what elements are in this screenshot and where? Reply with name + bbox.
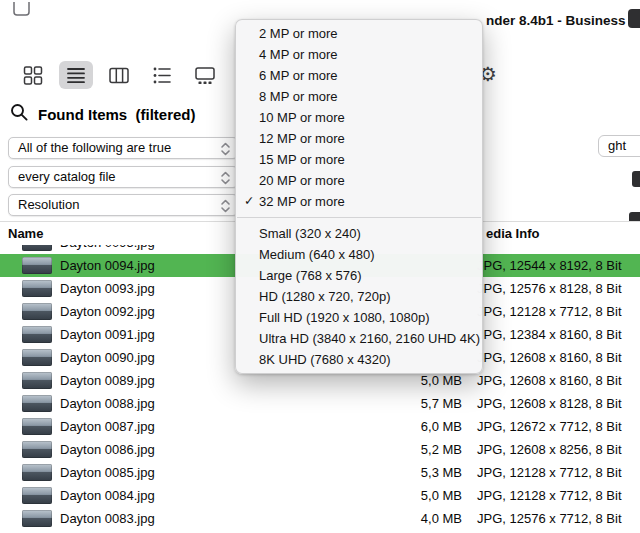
table-row[interactable]: Dayton 0085.jpg 5,3 MB JPG, 12128 x 7712… xyxy=(0,461,640,484)
file-media-info: JPG, 12576 x 8128, 8 Bit xyxy=(477,277,622,300)
file-thumbnail xyxy=(22,326,52,343)
file-thumbnail xyxy=(22,303,52,320)
file-name: Dayton 0084.jpg xyxy=(60,484,155,507)
view-toolbar xyxy=(16,61,222,89)
neofinder-window: nder 8.4b1 - Business L xyxy=(0,0,640,533)
menu-item-medium[interactable]: Medium (640 x 480) xyxy=(236,244,482,265)
menu-item-4mp[interactable]: 4 MP or more xyxy=(236,44,482,65)
gallery-view-icon xyxy=(195,66,215,85)
file-media-info: JPG, 12608 x 8160, 8 Bit xyxy=(477,346,622,369)
filter-scope-label: every catalog file xyxy=(18,169,116,184)
table-row[interactable]: Dayton 0088.jpg 5,7 MB JPG, 12608 x 8128… xyxy=(0,392,640,415)
search-icon xyxy=(10,103,29,125)
file-thumbnail xyxy=(22,464,52,481)
menu-item-ultra-hd[interactable]: Ultra HD (3840 x 2160, 2160 UHD 4K) xyxy=(236,328,482,349)
file-name: Dayton 0083.jpg xyxy=(60,507,155,530)
file-thumbnail xyxy=(22,280,52,297)
file-media-info: JPG, 12128 x 7712, 8 Bit xyxy=(477,300,622,323)
file-name: Dayton 0090.jpg xyxy=(60,346,155,369)
file-media-info: JPG, 12672 x 7712, 8 Bit xyxy=(477,415,622,438)
menu-item-20mp[interactable]: 20 MP or more xyxy=(236,170,482,191)
column-header-name[interactable]: Name xyxy=(8,222,43,245)
file-media-info: JPG, 12608 x 8128, 8 Bit xyxy=(477,392,622,415)
clipped-toolbar-icon xyxy=(13,2,31,21)
file-media-info: JPG, 12608 x 8256, 8 Bit xyxy=(477,438,622,461)
file-thumbnail xyxy=(22,349,52,366)
clipped-dark-button-top[interactable] xyxy=(628,9,640,28)
file-size: 5,3 MB xyxy=(377,461,462,484)
menu-item-small[interactable]: Small (320 x 240) xyxy=(236,223,482,244)
file-media-info: JPG, 12544 x 8192, 8 Bit xyxy=(477,254,622,277)
group-list-view-icon xyxy=(152,66,172,85)
filter-criteria-label: Resolution xyxy=(18,197,79,212)
menu-item-8mp[interactable]: 8 MP or more xyxy=(236,86,482,107)
column-view-button[interactable] xyxy=(102,61,136,89)
popup-stepper-icon xyxy=(220,199,231,216)
filter-criteria-popup[interactable]: Resolution xyxy=(8,194,238,216)
group-list-view-button[interactable] xyxy=(145,61,179,89)
menu-item-12mp[interactable]: 12 MP or more xyxy=(236,128,482,149)
file-media-info: JPG, 12128 x 7712, 8 Bit xyxy=(477,461,622,484)
file-name: Dayton 0092.jpg xyxy=(60,300,155,323)
list-view-button[interactable] xyxy=(59,61,93,89)
gallery-view-button[interactable] xyxy=(188,61,222,89)
file-name: Dayton 0085.jpg xyxy=(60,461,155,484)
file-media-info: JPG, 12608 x 8160, 8 Bit xyxy=(477,369,622,392)
menu-item-10mp[interactable]: 10 MP or more xyxy=(236,107,482,128)
file-size: 5,2 MB xyxy=(377,438,462,461)
file-thumbnail xyxy=(22,441,52,458)
clipped-light-button[interactable]: ght xyxy=(598,135,640,157)
file-thumbnail xyxy=(22,487,52,504)
file-thumbnail xyxy=(22,257,52,274)
file-size: 5,7 MB xyxy=(377,392,462,415)
file-name: Dayton 0091.jpg xyxy=(60,323,155,346)
table-row[interactable]: Dayton 0084.jpg 5,0 MB JPG, 12128 x 7712… xyxy=(0,484,640,507)
filter-match-label: All of the following are true xyxy=(18,140,171,155)
resolution-dropdown-menu: 2 MP or more 4 MP or more 6 MP or more 8… xyxy=(235,19,483,374)
column-header-media-info[interactable]: edia Info xyxy=(486,222,539,245)
checkmark-icon: ✓ xyxy=(244,191,254,212)
file-media-info: JPG, 12128 x 7712, 8 Bit xyxy=(477,484,622,507)
icon-view-button[interactable] xyxy=(16,61,50,89)
file-name: Dayton 0089.jpg xyxy=(60,369,155,392)
file-size: 5,0 MB xyxy=(377,484,462,507)
menu-item-large[interactable]: Large (768 x 576) xyxy=(236,265,482,286)
table-row[interactable]: Dayton 0083.jpg 4,0 MB JPG, 12576 x 7712… xyxy=(0,507,640,530)
file-thumbnail xyxy=(22,418,52,435)
file-name: Dayton 0087.jpg xyxy=(60,415,155,438)
menu-item-hd[interactable]: HD (1280 x 720, 720p) xyxy=(236,286,482,307)
list-view-icon xyxy=(66,66,86,85)
menu-item-8k-uhd[interactable]: 8K UHD (7680 x 4320) xyxy=(236,349,482,370)
file-size: 6,0 MB xyxy=(377,415,462,438)
popup-stepper-icon xyxy=(220,171,231,188)
menu-item-6mp[interactable]: 6 MP or more xyxy=(236,65,482,86)
file-thumbnail xyxy=(22,245,52,251)
file-size: 4,0 MB xyxy=(377,507,462,530)
file-name: Dayton 0086.jpg xyxy=(60,438,155,461)
file-name: Dayton 0094.jpg xyxy=(60,254,155,277)
filter-scope-popup[interactable]: every catalog file xyxy=(8,166,238,188)
menu-item-full-hd[interactable]: Full HD (1920 x 1080, 1080p) xyxy=(236,307,482,328)
file-thumbnail xyxy=(22,372,52,389)
table-row[interactable]: Dayton 0087.jpg 6,0 MB JPG, 12672 x 7712… xyxy=(0,415,640,438)
found-items-header: Found Items (filtered) xyxy=(10,103,196,125)
clipped-dark-button-mid[interactable] xyxy=(632,171,640,187)
file-media-info: JPG, 12576 x 7712, 8 Bit xyxy=(477,507,622,530)
filter-match-popup[interactable]: All of the following are true xyxy=(8,137,238,159)
popup-stepper-icon xyxy=(220,142,231,159)
page-title: Found Items (filtered) xyxy=(38,106,196,123)
grid-view-icon xyxy=(23,66,43,85)
table-row[interactable]: Dayton 0086.jpg 5,2 MB JPG, 12608 x 8256… xyxy=(0,438,640,461)
file-name: Dayton 0088.jpg xyxy=(60,392,155,415)
file-media-info: JPG, 12384 x 8160, 8 Bit xyxy=(477,323,622,346)
menu-item-2mp[interactable]: 2 MP or more xyxy=(236,23,482,44)
file-name: Dayton 0093.jpg xyxy=(60,277,155,300)
file-thumbnail xyxy=(22,510,52,527)
menu-separator xyxy=(237,217,481,218)
column-view-icon xyxy=(109,66,129,85)
file-name: Dayton 0095.jpg xyxy=(60,245,155,254)
menu-item-32mp-checked[interactable]: ✓ 32 MP or more xyxy=(236,191,482,212)
window-title: nder 8.4b1 - Business L xyxy=(486,13,640,31)
menu-item-15mp[interactable]: 15 MP or more xyxy=(236,149,482,170)
file-thumbnail xyxy=(22,395,52,412)
